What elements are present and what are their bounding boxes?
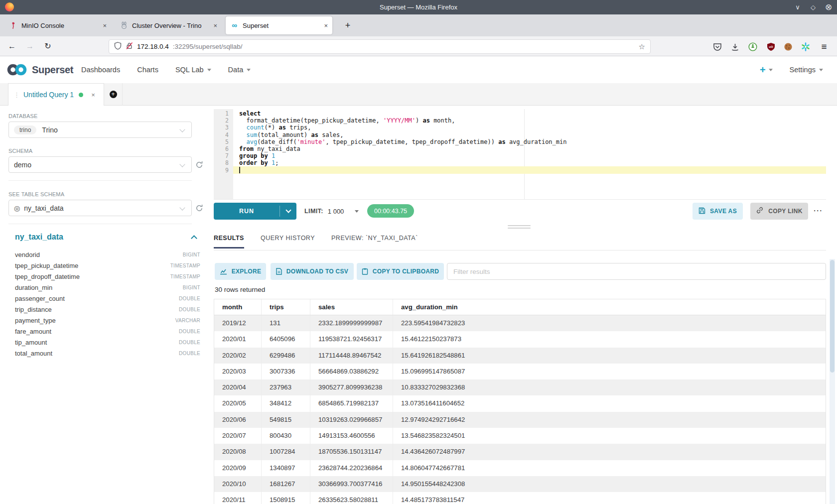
scrollbar[interactable] [830, 259, 835, 504]
copy-to-clipboard-button[interactable]: COPY TO CLIPBOARD [357, 263, 444, 280]
nav-link-charts[interactable]: Charts [137, 66, 158, 74]
table-cell: 223.59541984732823 [393, 315, 826, 331]
nav-link-sql-lab[interactable]: SQL Lab [175, 66, 211, 74]
nav-link-label: Data [228, 66, 244, 74]
browser-tab-3[interactable]: ∞Superset× [226, 16, 332, 34]
scrollbar-thumb[interactable] [830, 260, 835, 373]
forward-button[interactable]: → [24, 41, 36, 52]
results-tab-preview[interactable]: PREVIEW: `NY_TAXI_DATA` [331, 235, 418, 247]
pocket-icon[interactable] [712, 42, 722, 52]
column-name: passenger_count [15, 295, 179, 302]
table-select[interactable]: ◎ ny_taxi_data [8, 200, 192, 216]
insecure-lock-icon[interactable] [126, 42, 133, 52]
extension-green-icon[interactable] [748, 42, 758, 52]
table-cell: 800430 [262, 428, 310, 444]
copy-link-button[interactable]: COPY LINK [750, 203, 808, 220]
column-header-avg_duration_min[interactable]: avg_duration_min [393, 299, 826, 315]
extension-colorful-icon[interactable] [801, 42, 811, 52]
column-header-month[interactable]: month [214, 299, 262, 315]
table-cell: 549815 [262, 412, 310, 428]
close-tab-icon[interactable]: × [213, 22, 217, 29]
collapse-chevron-up-icon[interactable] [191, 235, 197, 242]
pane-resize-handle[interactable] [508, 225, 531, 230]
download-to-csv-button[interactable]: DOWNLOAD TO CSV [271, 263, 354, 280]
bookmark-star-icon[interactable]: ☆ [639, 42, 645, 51]
line-number: 6 [214, 145, 229, 152]
limit-dropdown[interactable]: LIMIT: 1 000 [304, 203, 359, 220]
back-button[interactable]: ← [6, 41, 18, 52]
table-cell: 14.806047742667781 [393, 460, 826, 476]
reload-button[interactable]: ↻ [42, 41, 54, 52]
table-schema-title[interactable]: ny_taxi_data [15, 233, 63, 242]
superset-navbar: Superset DashboardsChartsSQL LabData + S… [0, 56, 837, 83]
table-cell: 14.436426072487997 [393, 444, 826, 460]
code-line: order by 1; [239, 159, 279, 166]
close-query-tab-icon[interactable]: × [91, 91, 95, 99]
column-type: DOUBLE [179, 351, 200, 356]
url-bar[interactable]: 172.18.0.4 :32295/superset/sqllab/ ☆ [109, 39, 651, 54]
chevron-down-icon [179, 126, 185, 132]
column-name: tip_amount [15, 339, 179, 346]
column-type: TIMESTAMP [170, 263, 200, 268]
window-maximize-icon[interactable]: ◇ [809, 3, 818, 11]
filter-results-input[interactable] [447, 263, 826, 280]
brand-name: Superset [32, 64, 73, 76]
settings-menu[interactable]: Settings [790, 66, 823, 74]
results-tab-query-history[interactable]: QUERY HISTORY [261, 235, 315, 247]
refresh-schema-icon[interactable] [195, 160, 204, 169]
nav-link-dashboards[interactable]: Dashboards [81, 66, 120, 74]
database-select[interactable]: trino Trino [8, 122, 192, 138]
close-tab-icon[interactable]: × [324, 22, 328, 29]
run-button[interactable]: RUN [214, 203, 296, 220]
code-line: count(*) as trips, [239, 124, 311, 131]
nav-link-data[interactable]: Data [228, 66, 251, 74]
query-tab-untitled[interactable]: ⋮ Untitled Query 1 × [8, 83, 104, 106]
browser-tab-1[interactable]: MinIO Console× [4, 16, 111, 34]
save-as-button[interactable]: SAVE AS [693, 203, 743, 220]
action-label: DOWNLOAD TO CSV [286, 268, 348, 275]
column-name: fare_amount [15, 328, 179, 335]
add-new-button[interactable]: + [760, 64, 773, 76]
action-label: COPY TO CLIPBOARD [373, 268, 439, 275]
ublock-origin-icon[interactable]: uO [766, 42, 776, 52]
window-minimize-icon[interactable]: ∨ [793, 3, 802, 11]
table-cell: 2020/10 [214, 476, 262, 492]
downloads-icon[interactable] [730, 42, 740, 52]
table-column-row: fare_amountDOUBLE [8, 326, 200, 337]
add-query-tab-button[interactable]: + [104, 83, 123, 106]
close-tab-icon[interactable]: × [103, 22, 107, 29]
table-schema-label: SEE TABLE SCHEMA [8, 191, 64, 197]
chevron-down-icon [819, 69, 823, 71]
column-name: trip_distance [15, 306, 179, 313]
table-row: 2020/03300733656664869.0388629215.096995… [214, 364, 826, 379]
sql-editor[interactable]: 123456789 select format_datetime(tpep_pi… [214, 109, 826, 200]
cookie-extension-icon[interactable] [783, 42, 793, 52]
window-close-icon[interactable]: ⊗ [824, 2, 833, 12]
table-column-row: vendoridBIGINT [8, 249, 200, 260]
table-cell: 2020/09 [214, 460, 262, 476]
explore-button[interactable]: EXPLORE [215, 263, 266, 280]
table-column-row: total_amountDOUBLE [8, 348, 200, 359]
table-row: 2020/08100728418705536.15013114714.43642… [214, 444, 826, 460]
run-options-button[interactable] [280, 203, 296, 220]
refresh-table-icon[interactable] [195, 204, 204, 213]
results-tab-results[interactable]: RESULTS [214, 235, 244, 249]
drag-handle-icon[interactable]: ⋮ [13, 91, 20, 99]
code-line: group by 1 [239, 152, 275, 159]
column-header-trips[interactable]: trips [262, 299, 310, 315]
new-tab-button[interactable]: + [341, 18, 355, 32]
tracking-shield-icon[interactable] [114, 42, 122, 52]
table-cell: 2020/03 [214, 364, 262, 379]
column-header-sales[interactable]: sales [310, 299, 393, 315]
hamburger-menu-icon[interactable]: ≡ [819, 42, 829, 52]
database-type-tag: trino [14, 126, 36, 134]
browser-tab-2[interactable]: Cluster Overview - Trino× [115, 16, 222, 34]
schema-select[interactable]: demo [8, 156, 192, 173]
superset-logo[interactable]: Superset [6, 63, 73, 77]
table-column-row: trip_distanceDOUBLE [8, 304, 200, 315]
print-margin-line [524, 109, 525, 199]
table-cell: 2020/11 [214, 492, 262, 504]
schema-label: SCHEMA [8, 148, 32, 154]
more-options-button[interactable]: ⋯ [813, 205, 823, 216]
action-label: EXPLORE [232, 268, 261, 275]
